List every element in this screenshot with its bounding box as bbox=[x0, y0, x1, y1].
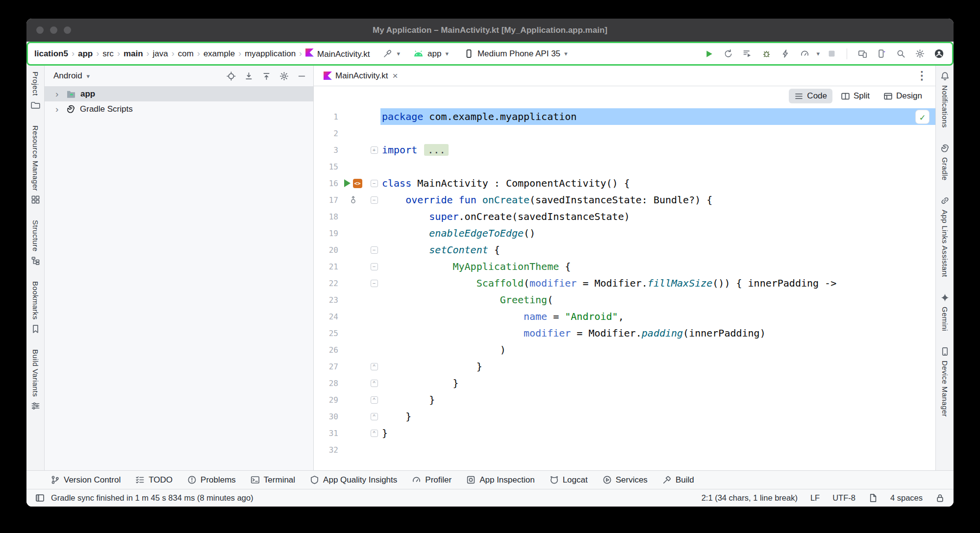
debug-button[interactable] bbox=[759, 47, 774, 61]
breadcrumb-item-app[interactable]: app bbox=[77, 49, 93, 59]
breadcrumb-item-com[interactable]: com bbox=[177, 49, 194, 59]
fold-marker-icon[interactable]: ^ bbox=[371, 413, 378, 420]
fold-marker-icon[interactable]: − bbox=[371, 196, 378, 204]
breadcrumb-item-java[interactable]: java bbox=[152, 49, 169, 59]
lock-icon[interactable] bbox=[935, 493, 945, 503]
zoom-window-button[interactable] bbox=[64, 26, 71, 34]
code-line[interactable]: 1package com.example.myapplication bbox=[314, 108, 935, 125]
code-text[interactable]: modifier = Modifier.padding(innerPadding… bbox=[380, 325, 935, 341]
tool-window-button-todo[interactable]: TODO bbox=[128, 471, 180, 489]
running-devices-button[interactable] bbox=[855, 47, 870, 61]
view-mode-code[interactable]: Code bbox=[789, 89, 832, 103]
line-number[interactable]: 19 bbox=[314, 225, 338, 242]
line-number[interactable]: 18 bbox=[314, 208, 338, 225]
tool-window-button-bookmarks[interactable]: Bookmarks bbox=[31, 281, 40, 334]
encoding-widget[interactable]: UTF-8 bbox=[832, 493, 855, 503]
line-number[interactable]: 21 bbox=[314, 258, 338, 275]
code-line[interactable]: 31^} bbox=[314, 425, 935, 441]
breadcrumb-item-lication5[interactable]: lication5 bbox=[34, 49, 69, 59]
minimize-window-button[interactable] bbox=[50, 26, 57, 34]
tool-window-button-gemini[interactable]: Gemini bbox=[940, 293, 950, 331]
code-text[interactable]: } bbox=[380, 425, 935, 441]
code-line[interactable]: 2 bbox=[314, 125, 935, 142]
fold-marker-icon[interactable]: − bbox=[371, 246, 378, 254]
code-text[interactable]: } bbox=[380, 358, 935, 375]
code-text[interactable]: MyApplicationTheme { bbox=[380, 258, 935, 275]
search-everywhere-button[interactable] bbox=[893, 47, 908, 61]
code-text[interactable] bbox=[380, 158, 935, 175]
line-number[interactable]: 29 bbox=[314, 391, 338, 408]
code-line[interactable]: 16<>−class MainActivity : ComponentActiv… bbox=[314, 175, 935, 192]
tool-window-button-logcat[interactable]: Logcat bbox=[542, 471, 595, 489]
code-text[interactable] bbox=[380, 441, 935, 458]
code-text[interactable]: Scaffold(modifier = Modifier.fillMaxSize… bbox=[380, 275, 935, 291]
run-line-button[interactable] bbox=[344, 179, 351, 187]
line-separator-widget[interactable]: LF bbox=[810, 493, 820, 503]
view-mode-split[interactable]: Split bbox=[835, 89, 875, 103]
tool-window-button-notifications[interactable]: Notifications bbox=[940, 72, 950, 128]
breadcrumb-item-example[interactable]: example bbox=[203, 49, 235, 59]
titlebar[interactable]: My Application – MainActivity.kt [My_App… bbox=[26, 19, 954, 42]
hide-panel-icon[interactable] bbox=[297, 72, 306, 81]
line-number[interactable]: 17 bbox=[314, 192, 338, 208]
close-window-button[interactable] bbox=[36, 26, 44, 34]
collapse-all-icon[interactable] bbox=[244, 72, 253, 81]
settings-button[interactable] bbox=[912, 47, 927, 61]
tool-window-button-terminal[interactable]: Terminal bbox=[243, 471, 302, 489]
code-line[interactable]: 23 Greeting( bbox=[314, 291, 935, 308]
editor-tab-mainactivity[interactable]: MainActivity.kt × bbox=[324, 66, 398, 86]
project-view-select[interactable]: Android ▾ bbox=[53, 71, 90, 81]
tool-window-button-build-variants[interactable]: Build Variants bbox=[31, 349, 40, 411]
tool-window-button-build[interactable]: Build bbox=[655, 471, 702, 489]
gear-icon[interactable] bbox=[279, 72, 289, 81]
apply-changes-button[interactable] bbox=[778, 47, 793, 61]
code-text[interactable]: } bbox=[380, 408, 935, 425]
code-text[interactable]: Greeting( bbox=[380, 291, 935, 308]
view-mode-design[interactable]: Design bbox=[878, 89, 928, 103]
tree-item-gradle-scripts[interactable]: ›Gradle Scripts bbox=[45, 101, 313, 117]
overriding-method-icon[interactable] bbox=[349, 195, 358, 205]
tree-item-app[interactable]: ›app bbox=[45, 86, 313, 101]
tool-window-button-app-inspection[interactable]: App Inspection bbox=[459, 471, 542, 489]
tool-window-button-services[interactable]: Services bbox=[595, 471, 655, 489]
close-tab-icon[interactable]: × bbox=[392, 71, 398, 81]
tool-window-button-structure[interactable]: Structure bbox=[31, 220, 40, 265]
breadcrumb-item-main[interactable]: main bbox=[123, 49, 144, 59]
fold-marker-icon[interactable]: − bbox=[371, 263, 378, 270]
code-line[interactable]: 24 name = "Android", bbox=[314, 308, 935, 325]
line-number[interactable]: 28 bbox=[314, 375, 338, 391]
code-line[interactable]: 30^ } bbox=[314, 408, 935, 425]
tool-window-button-version-control[interactable]: Version Control bbox=[43, 471, 128, 489]
profile-account-button[interactable] bbox=[931, 47, 946, 61]
line-number[interactable]: 26 bbox=[314, 341, 338, 358]
wrench-icon[interactable] bbox=[380, 47, 395, 61]
code-line[interactable]: 17− override fun onCreate(savedInstanceS… bbox=[314, 192, 935, 208]
code-line[interactable]: 15 bbox=[314, 158, 935, 175]
breadcrumb-item-src[interactable]: src bbox=[102, 49, 114, 59]
line-number[interactable]: 20 bbox=[314, 242, 338, 258]
code-text[interactable]: name = "Android", bbox=[380, 308, 935, 325]
line-number[interactable]: 16 bbox=[314, 175, 338, 192]
code-line[interactable]: 22− Scaffold(modifier = Modifier.fillMax… bbox=[314, 275, 935, 291]
run-tasks-button[interactable] bbox=[740, 47, 754, 61]
code-line[interactable]: 29^ } bbox=[314, 391, 935, 408]
fold-marker-icon[interactable]: − bbox=[371, 180, 378, 187]
tool-window-button-profiler[interactable]: Profiler bbox=[404, 471, 459, 489]
chevron-right-icon[interactable]: › bbox=[55, 104, 62, 115]
expand-all-icon[interactable] bbox=[262, 72, 271, 81]
tool-window-button-device-manager[interactable]: Device Manager bbox=[940, 347, 950, 417]
line-number[interactable]: 3 bbox=[314, 142, 338, 158]
code-line[interactable]: 20− setContent { bbox=[314, 242, 935, 258]
breadcrumb-item-mainactivity-kt[interactable]: MainActivity.kt bbox=[305, 48, 370, 59]
code-line[interactable]: 27^ } bbox=[314, 358, 935, 375]
tool-window-layout-icon[interactable] bbox=[35, 493, 45, 503]
line-number[interactable]: 2 bbox=[314, 125, 338, 142]
code-text[interactable]: class MainActivity : ComponentActivity()… bbox=[380, 175, 935, 192]
line-number[interactable]: 22 bbox=[314, 275, 338, 291]
tool-window-button-problems[interactable]: Problems bbox=[180, 471, 243, 489]
select-opened-file-icon[interactable] bbox=[226, 72, 236, 81]
line-number[interactable]: 1 bbox=[314, 108, 338, 125]
profile-button[interactable] bbox=[797, 47, 812, 61]
code-line[interactable]: 3+import ... bbox=[314, 142, 935, 158]
rerun-button[interactable] bbox=[721, 47, 735, 61]
